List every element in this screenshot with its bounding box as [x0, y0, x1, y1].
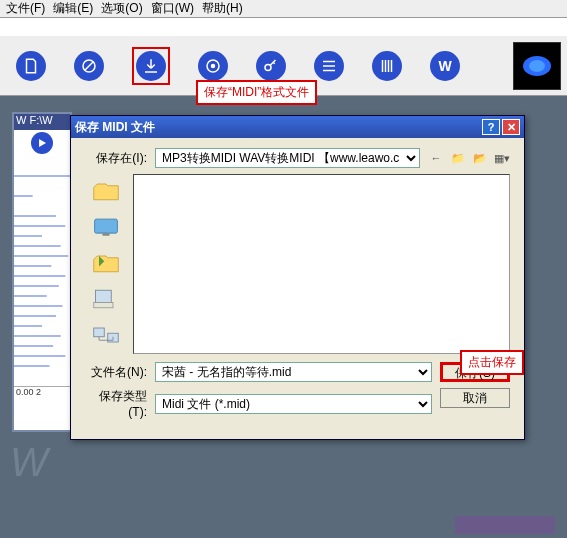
filename-input[interactable]: 宋茜 - 无名指的等待.mid [155, 362, 432, 382]
waveform-window: W F:\W 0.00 2 [12, 112, 72, 432]
views-icon[interactable]: ▦▾ [494, 150, 510, 166]
filename-label: 文件名(N): [85, 364, 147, 381]
menu-file[interactable]: 文件(F) [4, 0, 47, 17]
callout-save: 点击保存 [460, 350, 524, 375]
svg-point-3 [265, 64, 271, 70]
dialog-title: 保存 MIDI 文件 [75, 119, 155, 136]
menu-bar: 文件(F) 编辑(E) 选项(O) 窗口(W) 帮助(H) [0, 0, 567, 18]
wave-title: W F:\W [14, 114, 70, 130]
place-recent-icon[interactable] [90, 178, 122, 204]
svg-rect-10 [94, 303, 113, 308]
filetype-label: 保存类型(T): [85, 388, 147, 419]
place-mycomputer-icon[interactable] [90, 286, 122, 312]
record-icon[interactable] [198, 51, 228, 81]
place-mydocs-icon[interactable] [90, 250, 122, 276]
callout-toolbar: 保存“MIDI”格式文件 [196, 80, 317, 105]
wave-play-icon[interactable] [14, 130, 70, 156]
menu-window[interactable]: 窗口(W) [149, 0, 196, 17]
svg-rect-11 [94, 328, 105, 337]
key-icon[interactable] [256, 51, 286, 81]
disable-icon[interactable] [74, 51, 104, 81]
menu-options[interactable]: 选项(O) [99, 0, 144, 17]
places-bar [85, 174, 127, 354]
close-button[interactable]: ✕ [502, 119, 520, 135]
place-network-icon[interactable] [90, 322, 122, 348]
cancel-button[interactable]: 取消 [440, 388, 510, 408]
file-list[interactable] [133, 174, 510, 354]
up-icon[interactable]: 📁 [450, 150, 466, 166]
back-icon[interactable]: ← [428, 150, 444, 166]
waveform-display [14, 156, 70, 386]
wave-ruler: 0.00 2 [14, 386, 70, 400]
newfolder-icon[interactable]: 📂 [472, 150, 488, 166]
svg-rect-9 [96, 290, 112, 302]
save-midi-icon[interactable] [136, 51, 166, 81]
dialog-titlebar: 保存 MIDI 文件 ? ✕ [71, 116, 524, 138]
menu-help[interactable]: 帮助(H) [200, 0, 245, 17]
list-icon[interactable] [314, 51, 344, 81]
bars-icon[interactable] [372, 51, 402, 81]
menu-edit[interactable]: 编辑(E) [51, 0, 95, 17]
save-dialog: 保存 MIDI 文件 ? ✕ 保存在(I): MP3转换MIDI WAV转换MI… [70, 115, 525, 440]
filetype-combo[interactable]: Midi 文件 (*.mid) [155, 394, 432, 414]
savein-label: 保存在(I): [85, 150, 147, 167]
w-icon[interactable]: W [430, 51, 460, 81]
svg-point-2 [211, 63, 216, 68]
title-strip [0, 18, 567, 36]
savein-combo[interactable]: MP3转换MIDI WAV转换MIDI 【www.leawo.c [155, 148, 420, 168]
help-button[interactable]: ? [482, 119, 500, 135]
svg-rect-7 [95, 219, 118, 233]
logo-icon [513, 42, 561, 90]
place-desktop-icon[interactable] [90, 214, 122, 240]
watermark: W [10, 440, 48, 485]
status-bar [455, 516, 555, 534]
save-midi-highlight [132, 47, 170, 85]
svg-point-5 [529, 60, 545, 72]
svg-rect-8 [103, 233, 110, 236]
new-icon[interactable] [16, 51, 46, 81]
svg-rect-6 [14, 156, 70, 386]
